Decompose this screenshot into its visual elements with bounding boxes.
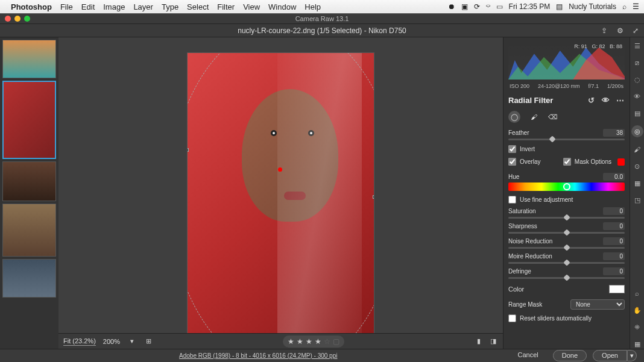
menu-select[interactable]: Select [187,2,209,11]
more-icon[interactable]: ⋯ [615,95,625,105]
grid-icon[interactable]: ▦ [633,339,642,349]
heal-icon[interactable]: ◌ [633,75,642,84]
star-5[interactable]: ☆ [324,337,330,346]
maximize-window-button[interactable] [24,16,30,22]
open-dropdown-icon[interactable]: ▾ [627,350,637,361]
color-swatch[interactable] [609,285,625,293]
color-label-icon[interactable]: ▢ [333,337,339,346]
visibility-icon[interactable]: 👁 [601,95,610,105]
thumbnail-1[interactable] [2,40,56,78]
user-name[interactable]: Nucly Tutorials [569,2,616,11]
range-mask-select[interactable]: None [570,299,625,310]
mask-color-swatch[interactable] [617,158,625,166]
rating-stars[interactable]: ★ ★ ★ ★ ☆ ▢ [283,335,344,348]
moire-slider[interactable] [508,262,625,264]
hand-tool-icon[interactable]: ✋ [633,305,642,315]
linear-gradient-icon[interactable]: ▤ [633,108,642,118]
battery-icon[interactable]: ▭ [496,2,503,11]
fullscreen-icon[interactable]: ⤢ [631,26,640,36]
eye-tool-icon[interactable]: 👁 [633,92,642,101]
brush-tool-icon[interactable]: 🖌 [528,111,540,123]
record-icon[interactable]: ⏺ [448,2,455,11]
filter-handle-left[interactable] [187,148,189,152]
menu-type[interactable]: Type [162,2,178,11]
hue-value[interactable]: 0.0 [603,173,625,181]
grid-toggle-icon[interactable]: ⊞ [144,337,154,346]
reset-sliders-checkbox[interactable] [508,314,516,322]
gear-icon[interactable]: ⚙ [615,26,625,36]
sync-icon[interactable]: ⟳ [474,2,480,11]
star-1[interactable]: ★ [288,337,294,346]
open-button[interactable]: Open [593,350,627,361]
preview-image[interactable] [187,52,374,334]
menu-view[interactable]: View [243,2,260,11]
cc-icon[interactable]: ▣ [461,2,468,11]
edit-icon[interactable]: ☰ [633,41,642,51]
compare-view-icon[interactable]: ◨ [488,337,498,346]
sharpness-slider[interactable] [508,232,625,234]
noise-reduction-value[interactable]: 0 [603,237,625,245]
menu-image[interactable]: Image [103,2,125,11]
thumbnail-4[interactable] [2,204,56,257]
reset-icon[interactable]: ↺ [586,95,596,105]
overlay-checkbox[interactable] [508,158,516,166]
minimize-window-button[interactable] [14,16,21,22]
star-3[interactable]: ★ [306,337,312,346]
menu-edit[interactable]: Edit [81,2,95,11]
brush-icon[interactable]: 🖌 [633,145,642,154]
workflow-link[interactable]: Adobe RGB (1998) - 8 bit - 4016 x 6016 (… [179,352,337,359]
close-window-button[interactable] [5,16,11,22]
invert-checkbox[interactable] [508,145,516,153]
clock[interactable]: Fri 12:35 PM [509,2,551,11]
zoom-dropdown-icon[interactable]: ▾ [127,337,137,346]
window-controls [5,16,30,22]
star-4[interactable]: ★ [315,337,321,346]
app-name[interactable]: Photoshop [11,2,52,11]
saturation-value[interactable]: 0 [603,207,625,215]
snapshots-icon[interactable]: ◳ [633,195,642,205]
redeye-icon[interactable]: ⊙ [633,161,642,171]
export-icon[interactable]: ⇪ [599,26,609,36]
thumbnail-3[interactable] [2,161,56,201]
presets-icon[interactable]: ▦ [633,178,642,188]
sampler-icon[interactable]: ⁜ [633,322,642,332]
menu-icon[interactable]: ☰ [633,2,639,11]
mask-options-checkbox[interactable] [563,158,571,166]
done-button[interactable]: Done [553,350,587,361]
star-2[interactable]: ★ [297,337,303,346]
histogram[interactable]: R: 91 G: 82 B: 88 [508,41,625,80]
ellipse-tool-icon[interactable]: ◯ [508,111,520,123]
canvas-area[interactable]: Fit (23.2%) 200% ▾ ⊞ ★ ★ ★ ★ ☆ ▢ ▮ ◨ [58,37,503,349]
menu-window[interactable]: Window [268,2,296,11]
noise-reduction-slider[interactable] [508,247,625,249]
thumbnail-2-selected[interactable] [2,81,56,159]
eraser-tool-icon[interactable]: ⌫ [547,111,559,123]
menu-layer[interactable]: Layer [133,2,153,11]
zoom-fit[interactable]: Fit (23.2%) [63,337,96,346]
feather-value[interactable]: 38 [603,129,625,137]
fine-adjustment-checkbox[interactable] [508,196,516,204]
saturation-slider[interactable] [508,217,625,219]
thumbnail-5[interactable] [2,259,56,298]
sharpness-value[interactable]: 0 [603,222,625,230]
filmstrip[interactable] [0,37,58,349]
adjustment-pin[interactable] [278,167,282,172]
zoom-percent[interactable]: 200% [103,338,120,345]
radial-filter-icon[interactable]: ◎ [631,125,643,137]
defringe-value[interactable]: 0 [603,267,625,275]
crop-icon[interactable]: ⧄ [633,58,642,67]
spotlight-icon[interactable]: ⌕ [622,2,627,11]
flag-icon[interactable]: ▤ [556,2,563,11]
feather-slider[interactable] [508,139,625,140]
wifi-icon[interactable]: ⌔ [486,2,490,11]
single-view-icon[interactable]: ▮ [474,337,484,346]
menu-filter[interactable]: Filter [217,2,235,11]
filter-handle-right[interactable] [373,195,374,199]
moire-value[interactable]: 0 [603,252,625,260]
menu-file[interactable]: File [60,2,73,11]
cancel-button[interactable]: Cancel [510,350,547,361]
zoom-tool-icon[interactable]: ⌕ [633,289,642,298]
defringe-slider[interactable] [508,277,625,279]
menu-help[interactable]: Help [305,2,321,11]
hue-slider[interactable] [508,183,625,191]
